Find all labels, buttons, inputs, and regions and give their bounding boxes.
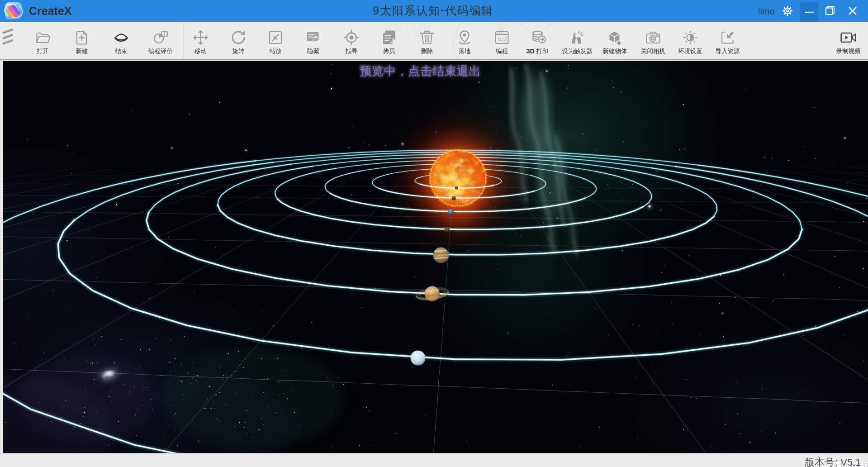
svg-text:c:/: c:/ (498, 37, 508, 42)
svg-text:CreateX: CreateX (29, 5, 72, 17)
svg-text:3D: 3D (526, 48, 535, 55)
svg-text:: V5.1: : V5.1 (835, 457, 861, 467)
svg-text:-: - (441, 3, 444, 16)
svg-text:limo: limo (758, 6, 775, 16)
svg-text:9: 9 (373, 4, 379, 17)
